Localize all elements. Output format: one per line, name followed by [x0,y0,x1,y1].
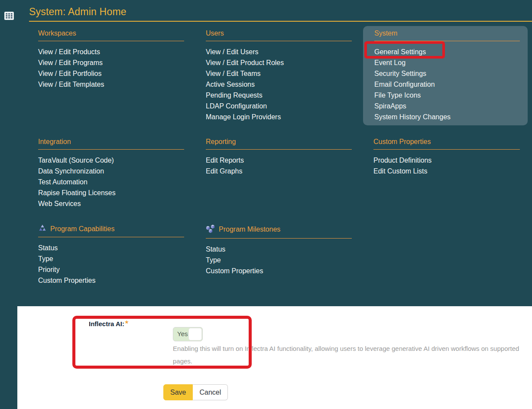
section-heading-custom-properties: Custom Properties [373,138,520,150]
program-milestones-icon [206,224,215,235]
inflectra-ai-toggle[interactable]: Yes [173,327,203,341]
menu-item-edit-reports[interactable]: Edit Reports [206,155,352,166]
reporting-menu: Edit Reports Edit Graphs [206,155,352,177]
toggle-value-label: Yes [177,330,188,337]
menu-item-file-type-icons[interactable]: File Type Icons [374,90,520,101]
menu-item-active-sessions[interactable]: Active Sessions [206,79,352,90]
system-menu: General Settings Event Log Security Sett… [374,46,520,122]
section-heading-program-milestones: Program Milestones [206,224,352,239]
section-system: System General Settings Event Log Securi… [374,29,520,122]
integration-menu: TaraVault (Source Code) Data Synchroniza… [38,155,184,209]
users-menu: View / Edit Users View / Edit Product Ro… [206,46,352,122]
section-workspaces: Workspaces View / Edit Products View / E… [38,29,184,90]
section-custom-properties: Custom Properties Product Definitions Ed… [373,138,520,177]
menu-item-manage-login-providers[interactable]: Manage Login Providers [206,111,352,122]
inflectra-ai-help-text: Enabling this will turn on Inflectra AI … [173,342,529,367]
menu-item-capability-status[interactable]: Status [38,242,184,253]
menu-item-general-settings[interactable]: General Settings [374,46,520,57]
required-star-icon: ★ [125,320,129,324]
section-program-capabilities: Program Capabilities Status Type Priorit… [38,224,184,286]
menu-item-capability-type[interactable]: Type [38,253,184,264]
admin-home-page: System: Admin Home Workspaces View / Edi… [0,0,532,409]
program-milestones-menu: Status Type Custom Properties [206,244,352,276]
section-heading-label: Program Capabilities [50,225,115,233]
section-heading-users: Users [206,29,352,41]
menu-item-view-edit-users[interactable]: View / Edit Users [206,46,352,57]
menu-item-email-configuration[interactable]: Email Configuration [374,79,520,90]
section-heading-reporting: Reporting [206,138,352,150]
menu-item-security-settings[interactable]: Security Settings [374,68,520,79]
page-title-underline: System: Admin Home [29,6,532,22]
menu-item-view-edit-teams[interactable]: View / Edit Teams [206,68,352,79]
menu-item-capability-custom-properties[interactable]: Custom Properties [38,275,184,286]
form-button-group: Save Cancel [163,384,228,400]
section-program-milestones: Program Milestones Status Type Custom Pr… [206,224,352,276]
apps-grid-icon[interactable] [4,12,14,20]
menu-item-view-edit-portfolios[interactable]: View / Edit Portfolios [38,68,184,79]
section-heading-system: System [374,29,520,41]
menu-item-ldap-configuration[interactable]: LDAP Configuration [206,101,352,111]
menu-item-milestone-custom-properties[interactable]: Custom Properties [206,265,352,276]
save-button[interactable]: Save [163,384,193,400]
menu-item-data-synchronization[interactable]: Data Synchronization [38,166,184,177]
page-title: System: Admin Home [29,6,532,18]
menu-item-view-edit-product-roles[interactable]: View / Edit Product Roles [206,57,352,68]
menu-item-system-history-changes[interactable]: System History Changes [374,111,520,122]
program-capabilities-menu: Status Type Priority Custom Properties [38,242,184,286]
menu-item-test-automation[interactable]: Test Automation [38,177,184,187]
section-heading-label: Program Milestones [219,226,280,233]
menu-item-event-log[interactable]: Event Log [374,57,520,68]
menu-item-taravault[interactable]: TaraVault (Source Code) [38,155,184,166]
section-users: Users View / Edit Users View / Edit Prod… [206,29,352,122]
section-heading-program-capabilities: Program Capabilities [38,224,184,237]
workspaces-menu: View / Edit Products View / Edit Program… [38,46,184,90]
cancel-button[interactable]: Cancel [193,384,228,400]
section-integration: Integration TaraVault (Source Code) Data… [38,138,184,209]
menu-item-milestone-type[interactable]: Type [206,255,352,265]
custom-properties-menu: Product Definitions Edit Custom Lists [373,155,520,177]
inflectra-ai-label-text: Inflectra AI: [89,320,124,327]
section-heading-workspaces: Workspaces [38,29,184,41]
program-capabilities-icon [38,224,47,233]
toggle-knob[interactable] [188,328,202,340]
menu-item-edit-graphs[interactable]: Edit Graphs [206,166,352,177]
section-heading-integration: Integration [38,138,184,150]
menu-item-view-edit-templates[interactable]: View / Edit Templates [38,79,184,90]
menu-item-spiraapps[interactable]: SpiraApps [374,101,520,111]
menu-item-web-services[interactable]: Web Services [38,198,184,209]
menu-item-view-edit-programs[interactable]: View / Edit Programs [38,57,184,68]
menu-item-capability-priority[interactable]: Priority [38,264,184,275]
inflectra-ai-field-label: Inflectra AI:★ [89,320,129,327]
section-reporting: Reporting Edit Reports Edit Graphs [206,138,352,177]
menu-item-view-edit-products[interactable]: View / Edit Products [38,46,184,57]
menu-item-pending-requests[interactable]: Pending Requests [206,90,352,101]
menu-item-product-definitions[interactable]: Product Definitions [373,155,520,166]
menu-item-milestone-status[interactable]: Status [206,244,352,255]
menu-item-edit-custom-lists[interactable]: Edit Custom Lists [373,166,520,177]
menu-item-rapise-floating-licenses[interactable]: Rapise Floating Licenses [38,187,184,198]
